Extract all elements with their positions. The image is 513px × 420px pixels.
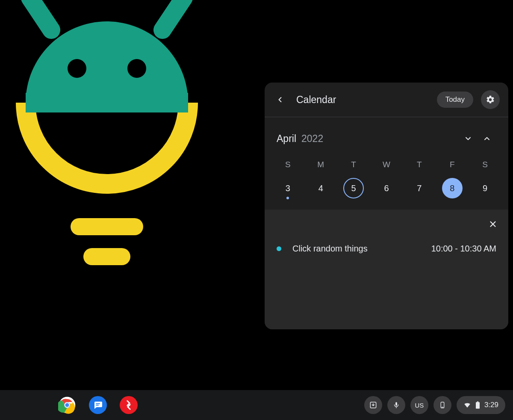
svg-line-1 [162, 0, 184, 30]
event-title: Click random things [292, 244, 431, 254]
day-cell[interactable]: 3 [271, 175, 304, 201]
day-number: 3 [277, 178, 298, 198]
svg-line-0 [30, 0, 51, 30]
status-area-button[interactable]: 3:29 [457, 396, 505, 414]
day-number: 6 [376, 178, 397, 198]
phone-hub-button[interactable] [433, 396, 451, 414]
day-cell[interactable]: 6 [370, 175, 403, 201]
chrome-icon [58, 396, 76, 414]
svg-rect-4 [71, 218, 143, 235]
keyboard-layout-button[interactable]: US [410, 396, 428, 414]
weekday-row: SMTWTFS [265, 154, 508, 175]
close-event-button[interactable] [485, 216, 501, 232]
authy-app-icon[interactable] [120, 396, 138, 414]
calendar-header: Calendar Today [265, 83, 508, 117]
chevron-left-icon [276, 95, 284, 104]
day-cell[interactable]: 8 [436, 175, 469, 201]
day-number: 4 [310, 178, 331, 198]
day-cell[interactable]: 7 [403, 175, 436, 201]
event-row[interactable]: Click random things 10:00 - 10:30 AM [274, 244, 499, 254]
event-color-dot [277, 246, 281, 251]
today-button[interactable]: Today [437, 92, 473, 108]
calendar-popup: Calendar Today April 2022 SMTWTFS 345678… [265, 83, 508, 329]
day-number: 9 [475, 178, 495, 198]
download-tray-icon [369, 401, 377, 409]
day-number: 7 [409, 178, 430, 198]
next-month-button[interactable] [459, 129, 478, 148]
weekday-label: M [304, 154, 337, 175]
clock-label: 3:29 [484, 401, 498, 409]
year-label: 2022 [301, 133, 459, 145]
wifi-icon [463, 401, 471, 409]
event-section: Click random things 10:00 - 10:30 AM [265, 210, 508, 329]
month-row: April 2022 [265, 117, 508, 154]
downloads-tray-button[interactable] [364, 396, 382, 414]
event-time: 10:00 - 10:30 AM [431, 244, 496, 254]
prev-month-button[interactable] [478, 129, 496, 148]
svg-rect-10 [96, 405, 99, 406]
back-button[interactable] [271, 90, 289, 109]
days-row: 3456789 [265, 175, 508, 210]
phone-icon [439, 401, 446, 409]
weekday-label: W [370, 154, 403, 175]
keyboard-layout-label: US [415, 402, 424, 409]
chevron-down-icon [464, 134, 472, 143]
day-number: 8 [442, 178, 463, 198]
weekday-label: S [469, 154, 501, 175]
svg-point-3 [127, 59, 146, 78]
microphone-tray-button[interactable] [387, 396, 405, 414]
event-indicator-dot [286, 197, 289, 199]
day-cell[interactable]: 4 [304, 175, 337, 201]
chrome-app-icon[interactable] [58, 396, 76, 414]
gear-icon [486, 95, 495, 104]
svg-rect-15 [476, 402, 480, 408]
messages-icon [93, 400, 103, 410]
weekday-label: T [403, 154, 436, 175]
weekday-label: F [436, 154, 469, 175]
svg-point-2 [68, 59, 86, 78]
microphone-icon [392, 401, 400, 409]
day-cell[interactable]: 9 [469, 175, 501, 201]
svg-rect-12 [395, 402, 397, 405]
authy-icon [123, 399, 134, 411]
svg-rect-5 [83, 248, 130, 265]
close-icon [488, 219, 498, 229]
day-number: 5 [343, 178, 364, 198]
calendar-title: Calendar [296, 94, 433, 106]
wallpaper-illustration [0, 0, 214, 299]
battery-icon [475, 401, 480, 409]
shelf-pinned-apps [58, 396, 138, 414]
weekday-label: S [271, 154, 304, 175]
weekday-label: T [337, 154, 370, 175]
shelf-status-area: US 3:29 [364, 396, 505, 414]
svg-rect-9 [96, 403, 100, 404]
messages-app-icon[interactable] [89, 396, 107, 414]
shelf: US 3:29 [0, 390, 513, 420]
svg-rect-16 [477, 401, 479, 402]
month-label: April [277, 133, 296, 145]
settings-button[interactable] [481, 90, 500, 109]
chevron-up-icon [483, 134, 491, 143]
day-cell[interactable]: 5 [337, 175, 370, 201]
